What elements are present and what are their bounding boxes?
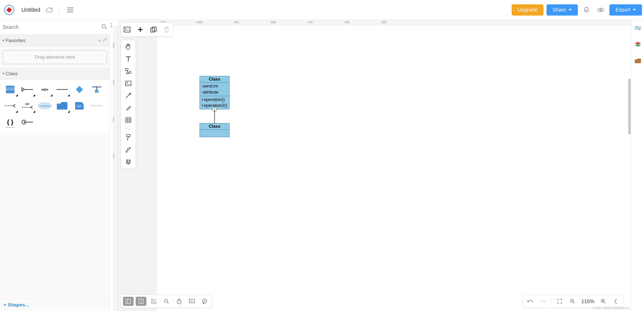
right-rail bbox=[631, 20, 644, 311]
vertical-scrollbar[interactable] bbox=[628, 79, 631, 135]
svg-point-3 bbox=[600, 9, 601, 11]
uml-op: +operation() bbox=[201, 97, 228, 103]
shapes-panel: Favorites + Drag elements here Class «u»… bbox=[0, 20, 110, 311]
svg-point-33 bbox=[127, 82, 128, 83]
shape-collaboration-label: Collaboration bbox=[39, 105, 50, 107]
ruler-vertical: -650 -550 -450 -350 bbox=[113, 25, 118, 311]
favorites-dropzone[interactable]: Drag elements here bbox=[3, 50, 107, 64]
add-widget-icon[interactable] bbox=[148, 297, 159, 306]
shape-dependency-arrow[interactable] bbox=[2, 98, 18, 113]
svg-point-50 bbox=[639, 28, 640, 30]
svg-rect-13 bbox=[95, 90, 98, 93]
svg-rect-42 bbox=[154, 302, 156, 304]
pan-hand-icon[interactable] bbox=[125, 43, 132, 50]
add-icon[interactable] bbox=[137, 26, 144, 33]
zoom-out-icon[interactable] bbox=[567, 297, 578, 306]
svg-text:«a»: «a» bbox=[25, 102, 30, 105]
shape-interface-lollipop[interactable] bbox=[19, 115, 36, 129]
svg-rect-28 bbox=[151, 28, 155, 32]
text-tool-icon[interactable] bbox=[125, 55, 132, 62]
page-edge bbox=[156, 25, 157, 311]
duplicate-icon[interactable] bbox=[150, 26, 157, 33]
uml-class-2[interactable]: Class bbox=[200, 123, 230, 137]
divider bbox=[59, 4, 59, 16]
uml-attr: -send:int bbox=[201, 83, 228, 89]
pencil-icon[interactable] bbox=[103, 37, 107, 43]
menu-button[interactable] bbox=[65, 5, 75, 15]
brush-tool-icon[interactable] bbox=[125, 146, 132, 153]
document-title[interactable]: Untitled bbox=[19, 7, 43, 13]
shape-package-folder[interactable] bbox=[54, 98, 70, 113]
pen-tool-icon[interactable] bbox=[125, 104, 132, 111]
fullscreen-icon[interactable] bbox=[554, 297, 565, 306]
svg-point-31 bbox=[129, 71, 131, 73]
comment-icon[interactable] bbox=[199, 297, 210, 306]
chevron-down-icon bbox=[569, 9, 572, 11]
uml-class-title: Class bbox=[200, 76, 229, 83]
upgrade-button[interactable]: Upgrade bbox=[512, 4, 543, 16]
shapes-tool-icon[interactable] bbox=[125, 68, 132, 75]
view-split-icon[interactable] bbox=[123, 297, 134, 306]
uml-connector[interactable] bbox=[214, 109, 215, 123]
arrow-tool-icon[interactable] bbox=[125, 92, 132, 99]
ruler-horizontal: -1100 -1000 -900 -800 -700 -600 -500 bbox=[118, 20, 631, 25]
search-icon[interactable] bbox=[102, 24, 107, 31]
favorites-label: Favorites bbox=[6, 38, 25, 43]
svg-rect-30 bbox=[125, 69, 128, 71]
svg-rect-29 bbox=[152, 27, 156, 31]
search-input[interactable] bbox=[3, 22, 102, 32]
image-tool-icon[interactable] bbox=[125, 80, 132, 87]
app-logo[interactable] bbox=[2, 3, 16, 17]
preview-icon[interactable] bbox=[595, 4, 606, 16]
watermark: CSDN @后台研发Marion bbox=[593, 306, 630, 310]
zoom-level[interactable]: 115% bbox=[580, 299, 596, 304]
svg-rect-5 bbox=[6, 86, 14, 93]
more-shapes-button[interactable]: + Shapes... bbox=[0, 298, 110, 311]
shape-tee-connector[interactable] bbox=[89, 82, 105, 97]
notifications-icon[interactable] bbox=[581, 4, 592, 16]
panel-drag-handle[interactable] bbox=[110, 21, 113, 29]
folder-icon[interactable] bbox=[634, 58, 641, 65]
export-label: Export bbox=[615, 7, 630, 13]
dark-mode-icon[interactable] bbox=[611, 297, 621, 306]
trash-icon[interactable] bbox=[163, 26, 170, 33]
plus-icon[interactable]: + bbox=[98, 37, 101, 44]
uml-class-1[interactable]: Class -send:int -attribute +operation() … bbox=[200, 76, 230, 109]
export-button[interactable]: Export bbox=[609, 4, 642, 16]
shape-decision-diamond[interactable] bbox=[71, 82, 88, 97]
canvas[interactable]: -1100 -1000 -900 -800 -700 -600 -500 -65… bbox=[113, 20, 631, 311]
svg-point-4 bbox=[102, 24, 106, 28]
shape-use-stereotype[interactable]: «u» bbox=[37, 82, 53, 97]
shape-constraint-braces[interactable]: { } bbox=[2, 115, 18, 129]
sliders-icon[interactable] bbox=[634, 26, 641, 32]
magnet-snap-icon[interactable] bbox=[125, 159, 132, 166]
cloud-save-icon[interactable] bbox=[46, 7, 53, 12]
share-button[interactable]: Share bbox=[547, 4, 578, 16]
zoom-in-icon[interactable] bbox=[598, 297, 609, 306]
shape-class[interactable] bbox=[2, 82, 18, 97]
svg-point-27 bbox=[125, 28, 127, 30]
shape-abstraction-arrow[interactable]: «a» bbox=[19, 98, 36, 113]
svg-point-49 bbox=[636, 26, 637, 28]
shape-generalization-arrow[interactable] bbox=[19, 82, 36, 97]
find-icon[interactable] bbox=[161, 297, 172, 306]
shape-association[interactable] bbox=[54, 82, 70, 97]
shape-note[interactable] bbox=[71, 98, 88, 113]
presentation-icon[interactable] bbox=[187, 297, 197, 306]
table-tool-icon[interactable] bbox=[125, 116, 132, 124]
shape-collaboration[interactable]: Collaboration bbox=[37, 98, 53, 113]
favorites-header[interactable]: Favorites + bbox=[0, 35, 110, 46]
timer-icon[interactable] bbox=[174, 297, 185, 306]
svg-rect-26 bbox=[124, 27, 130, 32]
format-painter-icon[interactable] bbox=[125, 134, 132, 141]
insert-image-icon[interactable] bbox=[123, 26, 131, 33]
undo-icon[interactable] bbox=[525, 297, 535, 306]
redo-icon[interactable] bbox=[537, 297, 548, 306]
chevron-down-icon bbox=[2, 40, 5, 41]
view-panel-icon[interactable] bbox=[136, 297, 146, 306]
shape-dashed-line[interactable] bbox=[89, 98, 105, 113]
layers-icon[interactable] bbox=[634, 41, 641, 49]
uml-attr: -attribute bbox=[201, 89, 228, 95]
svg-rect-40 bbox=[151, 299, 153, 301]
class-section-header[interactable]: Class bbox=[0, 68, 110, 80]
